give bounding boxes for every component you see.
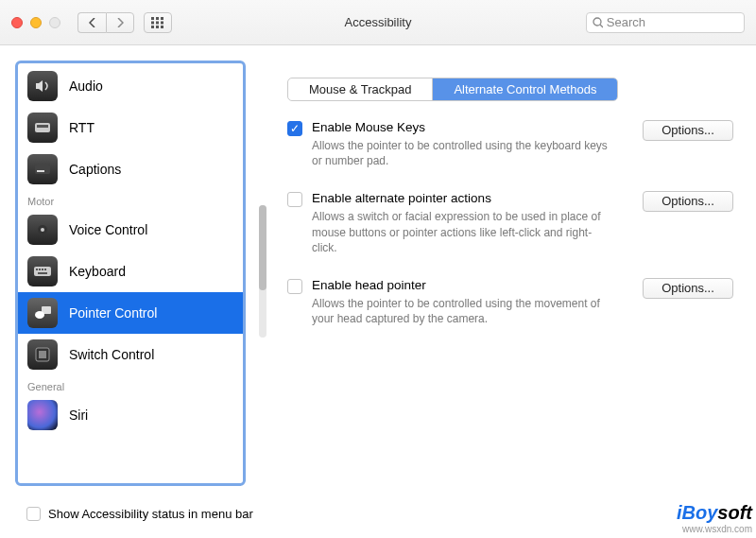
siri-icon (27, 400, 58, 430)
mouse-keys-options-button[interactable]: Options... (643, 120, 733, 141)
svg-rect-20 (42, 269, 43, 270)
search-input[interactable] (607, 15, 738, 29)
main-panel: Mouse & Trackpad Alternate Control Metho… (246, 61, 756, 527)
sidebar-item-voice-control[interactable]: Voice Control (18, 209, 243, 251)
search-box[interactable] (586, 12, 745, 33)
svg-rect-14 (37, 170, 44, 172)
voice-control-icon (27, 215, 58, 245)
sidebar-item-label: Captions (69, 162, 121, 177)
close-window-icon[interactable] (11, 17, 23, 28)
sidebar-category-motor: Motor (18, 190, 243, 209)
tty-icon (27, 113, 58, 143)
svg-rect-18 (36, 269, 38, 270)
sidebar-item-keyboard[interactable]: Keyboard (18, 251, 243, 292)
captions-icon (27, 154, 58, 184)
forward-button (106, 12, 134, 33)
svg-point-9 (593, 18, 601, 26)
svg-rect-13 (35, 165, 50, 174)
sidebar-item-pointer-control[interactable]: Pointer Control (18, 292, 243, 334)
tab-alternate-control[interactable]: Alternate Control Methods (433, 78, 617, 100)
nav-buttons (77, 12, 134, 33)
svg-rect-22 (38, 272, 47, 274)
tab-bar: Mouse & Trackpad Alternate Control Metho… (287, 78, 618, 101)
setting-desc: Allows a switch or facial expression to … (312, 209, 614, 255)
svg-rect-6 (151, 26, 154, 28)
sidebar-item-label: Pointer Control (69, 305, 157, 321)
tab-mouse-trackpad[interactable]: Mouse & Trackpad (288, 78, 433, 100)
show-all-button[interactable] (144, 12, 172, 33)
sidebar-item-label: RTT (69, 120, 94, 135)
setting-alt-pointer: Enable alternate pointer actions Allows … (287, 191, 733, 255)
svg-rect-21 (44, 269, 46, 270)
speaker-icon (27, 71, 58, 101)
svg-rect-1 (156, 17, 159, 20)
enable-mouse-keys-checkbox[interactable]: ✓ (287, 121, 302, 136)
svg-rect-0 (151, 17, 154, 20)
setting-label: Enable Mouse Keys (312, 120, 614, 134)
minimize-window-icon[interactable] (30, 17, 42, 28)
svg-line-10 (600, 25, 603, 27)
keyboard-icon (27, 256, 58, 286)
svg-point-24 (35, 311, 44, 319)
svg-rect-17 (34, 267, 51, 276)
footer-label: Show Accessibility status in menu bar (48, 507, 253, 521)
watermark: iBoysoft www.wsxdn.com (677, 502, 752, 534)
svg-rect-19 (39, 269, 41, 270)
titlebar: Accessibility (0, 0, 756, 45)
back-button[interactable] (77, 12, 106, 33)
content-area: Audio RTT Captions Motor Voice Control (0, 45, 756, 538)
setting-label: Enable head pointer (312, 278, 614, 292)
sidebar-item-label: Voice Control (69, 222, 147, 237)
sidebar-category-general: General (18, 375, 243, 394)
svg-rect-12 (37, 125, 48, 128)
alt-pointer-options-button[interactable]: Options... (643, 191, 733, 212)
setting-mouse-keys: ✓ Enable Mouse Keys Allows the pointer t… (287, 120, 733, 168)
sidebar-item-label: Siri (69, 408, 88, 423)
setting-desc: Allows the pointer to be controlled usin… (312, 296, 614, 326)
sidebar-item-label: Switch Control (69, 347, 154, 362)
sidebar-item-rtt[interactable]: RTT (18, 107, 243, 148)
setting-label: Enable alternate pointer actions (312, 191, 614, 205)
sidebar-item-captions[interactable]: Captions (18, 148, 243, 190)
svg-rect-26 (39, 351, 46, 358)
svg-rect-3 (151, 21, 154, 24)
enable-alt-pointer-checkbox[interactable] (287, 192, 302, 207)
sidebar-item-label: Audio (69, 78, 103, 94)
head-pointer-options-button[interactable]: Options... (643, 278, 733, 299)
sidebar-item-switch-control[interactable]: Switch Control (18, 334, 243, 375)
svg-point-16 (41, 228, 44, 232)
svg-rect-8 (161, 26, 163, 28)
sidebar-item-label: Keyboard (69, 264, 126, 279)
sidebar-item-audio[interactable]: Audio (18, 65, 243, 107)
pointer-control-icon (27, 298, 58, 328)
window-title: Accessibility (345, 15, 412, 29)
zoom-window-icon (49, 17, 60, 28)
window-controls (11, 17, 60, 28)
sidebar: Audio RTT Captions Motor Voice Control (15, 61, 246, 486)
footer: Show Accessibility status in menu bar (26, 507, 253, 521)
sidebar-item-siri[interactable]: Siri (18, 394, 243, 436)
setting-desc: Allows the pointer to be controlled usin… (312, 138, 614, 168)
svg-rect-7 (156, 26, 159, 28)
show-status-checkbox[interactable] (26, 507, 41, 521)
chevron-left-icon (89, 18, 96, 27)
switch-control-icon (27, 339, 58, 370)
svg-rect-5 (161, 21, 163, 24)
svg-rect-2 (161, 17, 163, 20)
svg-rect-4 (156, 21, 159, 24)
enable-head-pointer-checkbox[interactable] (287, 279, 302, 294)
setting-head-pointer: Enable head pointer Allows the pointer t… (287, 278, 733, 326)
chevron-right-icon (116, 18, 124, 27)
search-icon (593, 17, 603, 28)
grid-icon (151, 17, 164, 28)
